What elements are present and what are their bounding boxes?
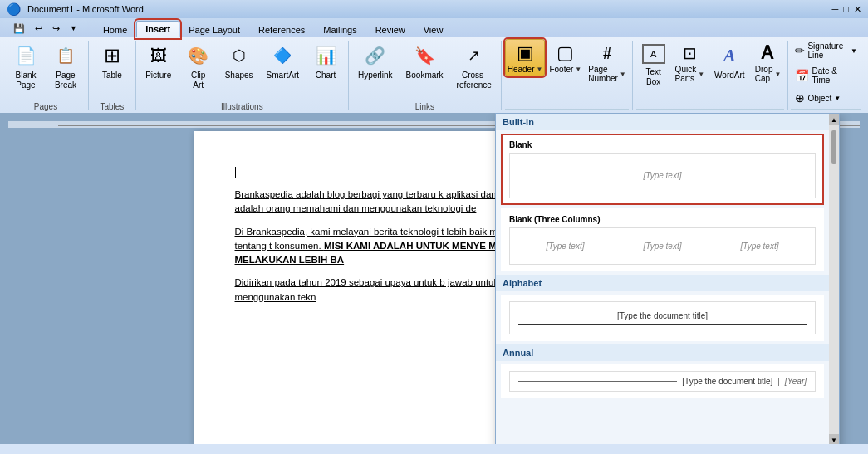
hyperlink-button[interactable]: 🔗 Hyperlink	[352, 39, 399, 84]
customize-qa-btn[interactable]: ▼	[66, 22, 81, 34]
tab-mailings[interactable]: Mailings	[314, 22, 365, 37]
shapes-button[interactable]: ⬡ Shapes	[219, 39, 259, 84]
illustrations-group: 🖼 Picture 🎨 ClipArt ⬡ Shapes 🔷 SmartArt …	[136, 39, 348, 111]
picture-label: Picture	[145, 71, 171, 81]
annual-header-option[interactable]: [Type the document title] | [Year]	[501, 364, 824, 398]
blank-header-option[interactable]: Blank [Type text]	[501, 134, 824, 205]
blank-page-button[interactable]: 📄 BlankPage	[7, 39, 45, 94]
clip-art-button[interactable]: 🎨 ClipArt	[179, 39, 218, 94]
wordart-icon: A	[716, 42, 743, 69]
object-label: Object	[807, 94, 831, 103]
page-break-button[interactable]: 📋 PageBreak	[47, 39, 85, 94]
tab-home[interactable]: Home	[94, 22, 136, 37]
table-button[interactable]: ⊞ Table	[92, 39, 132, 84]
alphabet-header-option[interactable]: [Type the document title]	[501, 295, 824, 341]
bookmark-label: Bookmark	[406, 71, 444, 81]
close-btn[interactable]: ✕	[854, 4, 861, 15]
quick-parts-button[interactable]: ⊡ QuickParts ▼	[673, 39, 707, 85]
page-break-icon: 📋	[52, 42, 79, 69]
drop-cap-button[interactable]: Ꭺ DropCap ▼	[753, 39, 784, 85]
hyperlink-icon: 🔗	[362, 42, 389, 69]
date-time-button[interactable]: 📅 Date & Time	[791, 64, 861, 87]
tables-group: ⊞ Table Tables	[89, 39, 135, 111]
smartart-button[interactable]: 🔷 SmartArt	[261, 39, 305, 84]
alphabet-section-label: Alphabet	[496, 275, 829, 291]
chart-button[interactable]: 📊 Chart	[306, 39, 345, 84]
signature-line-button[interactable]: ✏ Signature Line ▼	[791, 39, 861, 62]
scroll-thumb[interactable]	[831, 130, 836, 164]
alphabet-preview: [Type the document title]	[509, 301, 816, 334]
drop-cap-dropdown-arrow: ▼	[774, 71, 781, 78]
signature-line-label: Signature Line	[807, 41, 848, 60]
tab-page-layout[interactable]: Page Layout	[179, 22, 249, 37]
text-cursor	[235, 167, 236, 178]
tab-insert[interactable]: Insert	[136, 21, 179, 37]
minimize-btn[interactable]: ─	[832, 4, 839, 15]
app-icon: 🔵	[7, 2, 21, 16]
dropdown-scrollbar[interactable]: ▲ ▼	[829, 114, 839, 444]
text-box-button[interactable]: A TextBox	[636, 39, 671, 90]
col1-text: [Type text]	[537, 242, 595, 251]
date-time-label: Date & Time	[812, 66, 857, 85]
annual-section-label: Annual	[496, 344, 829, 361]
scroll-up-arrow[interactable]: ▲	[829, 114, 839, 125]
undo-btn[interactable]: ↩	[32, 22, 46, 36]
maximize-btn[interactable]: □	[843, 4, 849, 15]
three-columns-content: [Type text] [Type text] [Type text]	[510, 235, 815, 258]
header-dropdown-arrow: ▼	[537, 66, 543, 73]
object-button[interactable]: ⊕ Object ▼	[791, 89, 845, 107]
tab-review[interactable]: Review	[366, 22, 414, 37]
object-icon: ⊕	[795, 91, 805, 105]
blank-three-columns-preview: [Type text] [Type text] [Type text]	[509, 227, 816, 265]
quick-parts-icon: ⊡	[676, 41, 703, 65]
smartart-label: SmartArt	[267, 71, 299, 81]
annual-left-line	[518, 381, 677, 382]
document-title: Document1 - Microsoft Word	[27, 4, 144, 14]
signature-line-arrow: ▼	[851, 47, 857, 55]
window-controls: ─ □ ✕	[832, 4, 861, 15]
tab-view[interactable]: View	[414, 22, 453, 37]
footer-icon: ▢	[552, 41, 579, 65]
annual-separator: |	[777, 377, 780, 386]
header-button[interactable]: ▣ Header ▼	[505, 39, 546, 76]
col2-text: [Type text]	[634, 242, 692, 251]
date-time-icon: 📅	[795, 69, 809, 82]
header-dropdown: ▲ ▼ Built-In Blank [Type text] Blank (Th…	[495, 113, 840, 444]
footer-label: Footer	[549, 65, 573, 74]
header-footer-group: ▣ Header ▼ ▢ Footer ▼ # PageNumber ▼	[502, 39, 632, 111]
tab-references[interactable]: References	[249, 22, 314, 37]
page-number-button[interactable]: # PageNumber ▼	[586, 39, 629, 85]
ribbon: 📄 BlankPage 📋 PageBreak Pages ⊞ Table Ta…	[0, 37, 868, 113]
redo-btn[interactable]: ↪	[49, 22, 63, 36]
picture-icon: 🖼	[145, 42, 172, 69]
blank-three-columns-label: Blank (Three Columns)	[509, 215, 816, 224]
shapes-label: Shapes	[225, 71, 253, 81]
scroll-down-arrow[interactable]: ▼	[829, 434, 839, 444]
table-icon: ⊞	[99, 42, 125, 69]
blank-page-icon: 📄	[12, 42, 39, 69]
annual-year-text: [Year]	[785, 377, 807, 386]
wordart-button[interactable]: A WordArt	[709, 39, 751, 84]
drop-cap-icon: Ꭺ	[755, 41, 782, 65]
blank-three-columns-option[interactable]: Blank (Three Columns) [Type text] [Type …	[501, 208, 824, 271]
page-break-label: PageBreak	[55, 71, 76, 90]
text-group: A TextBox ⊡ QuickParts ▼ A WordArt Ꭺ Dro…	[633, 39, 787, 111]
header-icon: ▣	[512, 41, 538, 65]
save-btn[interactable]: 💾	[10, 22, 28, 36]
picture-button[interactable]: 🖼 Picture	[140, 39, 178, 84]
page-number-icon: #	[594, 41, 620, 65]
blank-page-label: BlankPage	[15, 71, 36, 90]
chart-label: Chart	[316, 71, 336, 81]
page-number-label: PageNumber	[588, 65, 618, 83]
footer-dropdown-arrow: ▼	[575, 66, 581, 73]
chart-icon: 📊	[312, 42, 339, 69]
table-label: Table	[102, 71, 122, 81]
bookmark-button[interactable]: 🔖 Bookmark	[400, 39, 449, 84]
bookmark-icon: 🔖	[411, 42, 438, 69]
title-bar: 🔵 Document1 - Microsoft Word ─ □ ✕	[0, 0, 868, 18]
cross-reference-button[interactable]: ↗ Cross-reference	[451, 39, 498, 94]
cross-reference-label: Cross-reference	[457, 71, 492, 90]
tables-group-label: Tables	[92, 100, 132, 111]
footer-button[interactable]: ▢ Footer ▼	[547, 39, 584, 76]
alphabet-preview-text: [Type the document title]	[617, 311, 708, 320]
